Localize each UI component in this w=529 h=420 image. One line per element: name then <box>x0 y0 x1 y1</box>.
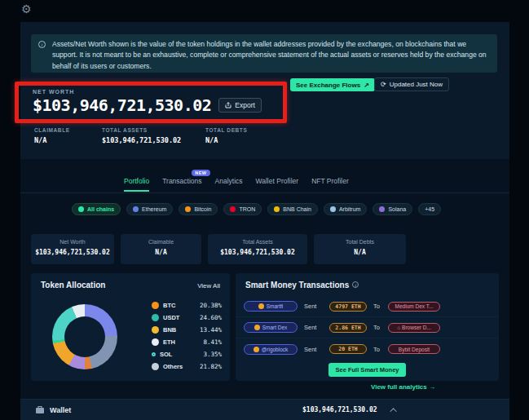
net-worth-label: NET WORTH <box>33 89 74 95</box>
amount-pill[interactable]: 4797 ETH <box>329 302 367 312</box>
disclaimer-text: Assets/Net Worth shown is the value of t… <box>52 40 487 70</box>
new-badge: NEW <box>192 170 209 176</box>
info-icon: i <box>38 41 46 48</box>
recipient-pill[interactable]: ⌂ Browser D... <box>388 323 440 333</box>
export-button[interactable]: Export <box>218 98 262 113</box>
token-allocation-legend: BTC 20.38% USDT 24.60% BNB 13.44% ETH 8.… <box>152 301 222 371</box>
summary-cards: Net Worth $103,946,721,530.02 Claimable … <box>31 234 406 264</box>
smart-money-panel: Smart Money Transactionsi Smartfi Sent 4… <box>236 273 499 381</box>
legend-item-sol: SOL 3.35% <box>152 350 222 359</box>
all-chains-icon <box>78 206 84 212</box>
legend-item-eth: ETH 8.41% <box>152 338 222 347</box>
ethereum-icon <box>133 206 139 212</box>
chip-all-chains[interactable]: All chains <box>72 203 121 215</box>
tab-nft-profiler[interactable]: NFT Profiler <box>311 177 349 192</box>
chip-more-chains[interactable]: +45 <box>418 203 441 215</box>
card-total-debts: Total Debts N/A <box>314 234 406 264</box>
sender-pill[interactable]: Smartfi <box>244 301 298 312</box>
tab-portfolio[interactable]: Portfolio <box>124 177 149 192</box>
recipient-pill[interactable]: Medium Dex T... <box>388 302 440 312</box>
chain-filter-row: All chains Ethereum Bitcoin TRON BNB Cha… <box>72 203 441 215</box>
tab-bar: Portfolio Transactions NEW Analytics Wal… <box>124 177 349 192</box>
arbitrum-icon <box>330 206 336 212</box>
info-icon: i <box>352 281 359 288</box>
chip-tron[interactable]: TRON <box>223 203 262 215</box>
view-full-analytics-link[interactable]: View full analytics → <box>371 383 435 391</box>
chip-bitcoin[interactable]: Bitcoin <box>179 203 218 215</box>
top-stats-row: CLAIMABLE N/A TOTAL ASSETS $103,946,721,… <box>34 127 247 144</box>
updated-button[interactable]: ⟳ Updated Just Now <box>374 77 449 91</box>
wallet-value: $103,946,721,530.02 <box>302 406 377 413</box>
view-all-link[interactable]: View All <box>197 282 220 290</box>
tab-analytics[interactable]: Analytics <box>215 177 243 192</box>
amount-pill[interactable]: 2.86 ETH <box>329 323 367 333</box>
tron-icon <box>230 206 236 212</box>
solana-icon <box>379 206 385 212</box>
card-total-assets: Total Assets $103,946,721,530.02 <box>208 234 307 264</box>
wallet-icon <box>35 405 45 414</box>
wallet-bar[interactable]: Wallet $103,946,721,530.02 <box>20 399 509 420</box>
disclaimer-banner: i Assets/Net Worth shown is the value of… <box>31 34 497 73</box>
sender-pill[interactable]: Smart Dex <box>244 322 298 333</box>
see-full-smart-money-button[interactable]: See Full Smart Money <box>328 363 407 377</box>
token-allocation-donut <box>52 304 117 369</box>
bitcoin-icon <box>185 206 191 212</box>
transaction-row: Smartfi Sent 4797 ETH To Medium Dex T... <box>236 296 499 317</box>
token-allocation-title: Token Allocation <box>41 281 105 290</box>
export-icon <box>225 102 231 108</box>
token-allocation-panel: Token Allocation View All BTC 20.38% USD… <box>31 273 230 381</box>
legend-item-usdt: USDT 24.60% <box>152 313 222 322</box>
coin-icon <box>258 303 264 309</box>
chip-solana[interactable]: Solana <box>373 203 412 215</box>
coin-icon <box>253 347 259 352</box>
smart-money-rows: Smartfi Sent 4797 ETH To Medium Dex T...… <box>236 296 499 360</box>
legend-item-bnb: BNB 13.44% <box>152 325 222 334</box>
sol-coin-icon <box>152 352 156 356</box>
external-link-icon: ↗ <box>364 82 369 89</box>
sender-pill[interactable]: @rigoblock <box>244 344 298 355</box>
chip-bnb-chain[interactable]: BNB Chain <box>267 203 318 215</box>
stat-total-debts: TOTAL DEBTS N/A <box>205 127 247 144</box>
net-worth-value: $103,946,721,530.02 <box>33 95 211 115</box>
see-exchange-flows-button[interactable]: See Exchange Flows ↗ <box>290 78 375 91</box>
transaction-row: Smart Dex Sent 2.86 ETH To ⌂ Browser D..… <box>236 317 499 338</box>
bnb-chain-icon <box>274 206 280 212</box>
eth-coin-icon <box>152 338 159 346</box>
btc-coin-icon <box>152 302 159 309</box>
usdt-coin-icon <box>152 314 159 321</box>
recipient-pill[interactable]: Bybit Deposit <box>388 344 440 354</box>
legend-item-btc: BTC 20.38% <box>152 301 222 310</box>
settings-gear-icon[interactable]: ⚙ <box>21 1 32 17</box>
coin-icon <box>254 325 260 330</box>
tab-transactions[interactable]: Transactions NEW <box>162 177 201 192</box>
wallet-label: Wallet <box>50 406 71 414</box>
card-claimable: Claimable N/A <box>121 234 201 264</box>
stat-claimable: CLAIMABLE N/A <box>34 127 102 144</box>
chevron-up-icon[interactable] <box>390 408 396 414</box>
others-coin-icon <box>152 363 159 370</box>
stat-total-assets: TOTAL ASSETS $103,946,721,530.02 <box>102 127 205 144</box>
bnb-coin-icon <box>152 326 159 334</box>
tab-wallet-profiler[interactable]: Wallet Profiler <box>256 177 299 192</box>
amount-pill[interactable]: 20 ETH <box>329 344 367 354</box>
refresh-icon: ⟳ <box>381 81 386 88</box>
legend-item-others: Others 21.82% <box>152 362 222 371</box>
card-net-worth: Net Worth $103,946,721,530.02 <box>31 234 114 264</box>
tabs-divider <box>20 192 509 193</box>
transaction-row: @rigoblock Sent 20 ETH To Bybit Deposit <box>236 338 499 360</box>
chip-ethereum[interactable]: Ethereum <box>126 203 173 215</box>
smart-money-title: Smart Money Transactionsi <box>245 281 359 290</box>
house-icon: ⌂ <box>397 325 400 330</box>
chip-arbitrum[interactable]: Arbitrum <box>324 203 367 215</box>
portfolio-dashboard: ⚙ i Assets/Net Worth shown is the value … <box>0 0 529 420</box>
